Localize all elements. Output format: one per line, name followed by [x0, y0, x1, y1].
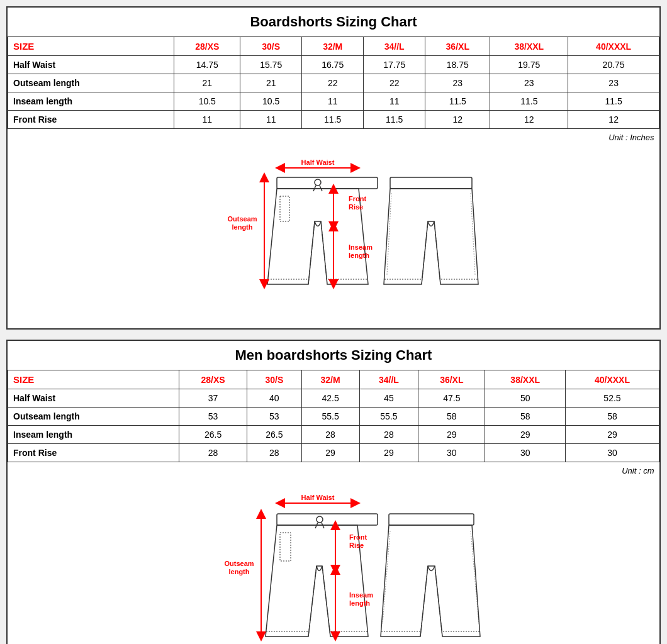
chart2-h7: 40/XXXL: [565, 370, 659, 389]
chart2-unit: Unit : cm: [8, 462, 659, 480]
left-shorts: [267, 177, 378, 284]
svg-text:Rise: Rise: [349, 541, 364, 549]
svg-text:Half Waist: Half Waist: [301, 158, 335, 166]
chart2-row-halfwaist: Half Waist 37 40 42.5 45 47.5 50 52.5: [8, 389, 659, 408]
chart2-h5: 36/XL: [418, 370, 485, 389]
svg-text:Inseam: Inseam: [349, 591, 373, 599]
right-shorts-2: [381, 514, 480, 636]
chart2-row-frontrise: Front Rise 28 28 29 29 30 30 30: [8, 444, 659, 462]
chart1-h3: 32/M: [302, 37, 364, 56]
chart1-row-halfwaist: Half Waist 14.75 15.75 16.75 17.75 18.75…: [8, 56, 659, 74]
chart1-h1: 28/XS: [174, 37, 240, 56]
chart2-row-inseam: Inseam length 26.5 26.5 28 28 29 29 29: [8, 426, 659, 444]
chart2-svg: Half Waist Outseam length Front Rise Ins…: [182, 492, 485, 644]
svg-point-1: [315, 179, 321, 186]
chart1-h6: 38/XXL: [490, 37, 568, 56]
chart1-h4: 34//L: [364, 37, 425, 56]
chart1-h5: 36/XL: [425, 37, 490, 56]
svg-text:length: length: [232, 223, 253, 231]
right-shorts: [384, 177, 478, 284]
chart1-table: SIZE 28/XS 30/S 32/M 34//L 36/XL 38/XXL …: [8, 36, 659, 146]
chart2-table: SIZE 28/XS 30/S 32/M 34//L 36/XL 38/XXL …: [8, 370, 659, 479]
chart1-container: Boardshorts Sizing Chart SIZE 28/XS 30/S…: [6, 6, 661, 330]
chart1-unit: Unit : Inches: [8, 129, 659, 147]
chart1-header-row: SIZE 28/XS 30/S 32/M 34//L 36/XL 38/XXL …: [8, 37, 659, 56]
chart1-title: Boardshorts Sizing Chart: [8, 8, 659, 36]
chart2-diagram: Half Waist Outseam length Front Rise Ins…: [8, 479, 659, 644]
chart2-header-row: SIZE 28/XS 30/S 32/M 34//L 36/XL 38/XXL …: [8, 370, 659, 389]
svg-point-15: [317, 516, 323, 523]
svg-text:Rise: Rise: [349, 203, 363, 211]
svg-rect-14: [277, 514, 378, 525]
chart1-h7: 40/XXXL: [568, 37, 659, 56]
svg-rect-13: [390, 177, 472, 189]
chart2-h3: 32/M: [301, 370, 359, 389]
svg-rect-0: [277, 177, 378, 189]
chart2-title: Men boardshorts Sizing Chart: [8, 341, 659, 370]
svg-rect-27: [389, 514, 474, 525]
chart1-h2: 30/S: [240, 37, 302, 56]
chart2-unit-row: Unit : cm: [8, 462, 659, 480]
chart1-size-label: SIZE: [8, 37, 174, 56]
svg-text:Front: Front: [349, 533, 367, 541]
svg-text:Half Waist: Half Waist: [301, 494, 335, 501]
svg-text:Outseam: Outseam: [227, 215, 257, 223]
chart1-row-inseam: Inseam length 10.5 10.5 11 11 11.5 11.5 …: [8, 92, 659, 111]
chart1-svg: Half Waist Outseam length Front Rise Ins…: [182, 158, 485, 322]
chart1-diagram: Half Waist Outseam length Front Rise Ins…: [8, 146, 659, 328]
chart2-h6: 38/XXL: [485, 370, 566, 389]
left-shorts-2: [266, 514, 378, 636]
svg-text:length: length: [349, 599, 370, 607]
chart1-row-frontrise: Front Rise 11 11 11.5 11.5 12 12 12: [8, 111, 659, 129]
chart2-container: Men boardshorts Sizing Chart SIZE 28/XS …: [6, 340, 661, 644]
svg-text:length: length: [349, 252, 369, 259]
chart2-h2: 30/S: [247, 370, 302, 389]
chart1-unit-row: Unit : Inches: [8, 129, 659, 147]
svg-text:Outseam: Outseam: [224, 560, 254, 567]
chart2-h1: 28/XS: [179, 370, 247, 389]
svg-text:Front: Front: [349, 195, 366, 203]
chart2-row-outseam: Outseam length 53 53 55.5 55.5 58 58 58: [8, 408, 659, 426]
chart2-h4: 34//L: [359, 370, 418, 389]
svg-text:length: length: [229, 568, 250, 575]
chart2-size-label: SIZE: [8, 370, 179, 389]
svg-text:Inseam: Inseam: [349, 243, 373, 251]
chart1-row-outseam: Outseam length 21 21 22 22 23 23 23: [8, 74, 659, 92]
